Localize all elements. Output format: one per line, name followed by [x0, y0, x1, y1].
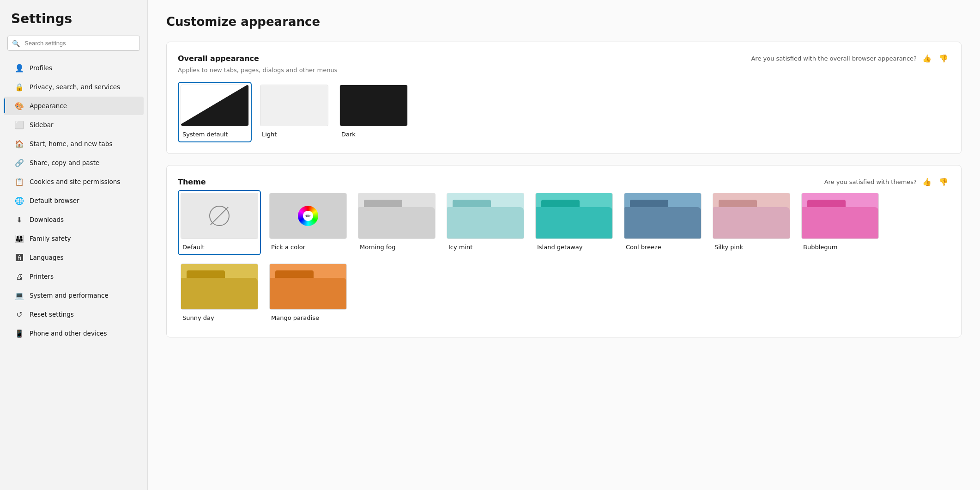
nav-icon-phone: 📱	[15, 329, 24, 338]
theme-feedback-question: Are you satisfied with themes?	[824, 178, 917, 185]
sidebar-item-reset[interactable]: ↺ Reset settings	[4, 305, 144, 324]
theme-option-icy-mint[interactable]: Icy mint	[444, 190, 527, 255]
overall-thumbs-up[interactable]: 👍	[920, 53, 933, 64]
theme-label-sunny-day: Sunny day	[181, 313, 258, 323]
nav-label-sidebar: Sidebar	[30, 121, 54, 129]
theme-feedback: Are you satisfied with themes? 👍 👎	[824, 177, 950, 187]
nav-label-appearance: Appearance	[30, 102, 67, 110]
appearance-option-system-default[interactable]: System default	[178, 82, 252, 142]
preview-light	[260, 85, 328, 126]
sidebar-title: Settings	[0, 11, 147, 36]
nav-icon-default-browser: 🌐	[15, 196, 24, 205]
theme-card: Theme Are you satisfied with themes? 👍 👎…	[166, 165, 962, 337]
nav-label-system: System and performance	[30, 292, 109, 299]
theme-option-mango-paradise[interactable]: Mango paradise	[266, 261, 350, 326]
nav-icon-profiles: 👤	[15, 63, 24, 73]
page-title: Customize appearance	[166, 15, 962, 29]
sidebar-item-default-browser[interactable]: 🌐 Default browser	[4, 191, 144, 210]
theme-label-island-getaway: Island getaway	[535, 243, 613, 252]
sidebar-nav: 👤 Profiles 🔒 Privacy, search, and servic…	[0, 58, 147, 343]
nav-label-downloads: Downloads	[30, 216, 64, 223]
theme-preview-sunny-day	[181, 263, 258, 310]
appearance-options-grid: System default Light Dark	[178, 82, 950, 142]
theme-section-header: Theme Are you satisfied with themes? 👍 👎	[178, 177, 950, 187]
nav-icon-printers: 🖨	[15, 272, 24, 281]
preview-dark	[339, 85, 408, 126]
nav-icon-sidebar: ⬜	[15, 120, 24, 129]
overall-thumbs-down[interactable]: 👎	[937, 53, 950, 64]
theme-thumbs-up[interactable]: 👍	[920, 177, 933, 187]
sidebar-item-family-safety[interactable]: 👨‍👩‍👧 Family safety	[4, 229, 144, 248]
sidebar-item-phone[interactable]: 📱 Phone and other devices	[4, 324, 144, 343]
option-label-system-default: System default	[181, 130, 249, 140]
theme-preview-bubblegum	[801, 193, 879, 239]
main-content: Customize appearance Overall appearance …	[148, 0, 980, 490]
appearance-option-dark[interactable]: Dark	[337, 82, 411, 142]
theme-preview-mango-paradise	[269, 263, 347, 310]
theme-thumbs-down[interactable]: 👎	[937, 177, 950, 187]
theme-option-silky-pink[interactable]: Silky pink	[710, 190, 793, 255]
theme-label-pick-a-color: Pick a color	[269, 243, 347, 252]
nav-label-reset: Reset settings	[30, 311, 74, 318]
theme-preview-default	[181, 193, 258, 239]
overall-section-header: Overall appearance Are you satisfied wit…	[178, 53, 950, 64]
theme-label-silky-pink: Silky pink	[713, 243, 790, 252]
theme-label-morning-fog: Morning fog	[358, 243, 436, 252]
theme-option-bubblegum[interactable]: Bubblegum	[799, 190, 882, 255]
sidebar-item-languages[interactable]: 🅰 Languages	[4, 248, 144, 267]
nav-label-privacy: Privacy, search, and services	[30, 83, 120, 91]
nav-icon-start-home: 🏠	[15, 139, 24, 148]
sidebar-item-appearance[interactable]: 🎨 Appearance	[4, 97, 144, 115]
theme-option-default[interactable]: Default	[178, 190, 261, 255]
sidebar: Settings 🔍 👤 Profiles 🔒 Privacy, search,…	[0, 0, 148, 490]
nav-label-printers: Printers	[30, 273, 54, 280]
sidebar-item-printers[interactable]: 🖨 Printers	[4, 267, 144, 286]
theme-option-cool-breeze[interactable]: Cool breeze	[621, 190, 704, 255]
nav-label-cookies: Cookies and site permissions	[30, 178, 120, 185]
theme-option-island-getaway[interactable]: Island getaway	[532, 190, 616, 255]
sidebar-item-system[interactable]: 💻 System and performance	[4, 286, 144, 305]
theme-label-cool-breeze: Cool breeze	[624, 243, 702, 252]
sidebar-item-start-home[interactable]: 🏠 Start, home, and new tabs	[4, 135, 144, 153]
nav-icon-privacy: 🔒	[15, 82, 24, 92]
theme-options-grid: Default ✏️ Pick a color Morning fog Icy …	[178, 190, 950, 326]
nav-icon-cookies: 📋	[15, 177, 24, 186]
option-label-dark: Dark	[339, 130, 408, 140]
nav-icon-appearance: 🎨	[15, 101, 24, 110]
color-wheel: ✏️	[298, 206, 318, 226]
theme-option-sunny-day[interactable]: Sunny day	[178, 261, 261, 326]
theme-label-default: Default	[181, 243, 258, 252]
nav-icon-family-safety: 👨‍👩‍👧	[15, 234, 24, 243]
search-input[interactable]	[7, 36, 140, 51]
nav-label-start-home: Start, home, and new tabs	[30, 140, 112, 147]
theme-preview-pick-a-color: ✏️	[269, 193, 347, 239]
nav-icon-downloads: ⬇	[15, 215, 24, 224]
nav-icon-reset: ↺	[15, 310, 24, 319]
nav-icon-share-copy: 🔗	[15, 158, 24, 167]
theme-preview-morning-fog	[358, 193, 436, 239]
sidebar-item-cookies[interactable]: 📋 Cookies and site permissions	[4, 172, 144, 191]
theme-preview-island-getaway	[535, 193, 613, 239]
theme-option-morning-fog[interactable]: Morning fog	[355, 190, 438, 255]
overall-feedback: Are you satisfied with the overall brows…	[751, 53, 950, 64]
search-icon: 🔍	[12, 40, 20, 47]
theme-label-bubblegum: Bubblegum	[801, 243, 879, 252]
sidebar-item-privacy[interactable]: 🔒 Privacy, search, and services	[4, 78, 144, 96]
nav-icon-system: 💻	[15, 291, 24, 300]
theme-option-pick-a-color[interactable]: ✏️ Pick a color	[266, 190, 350, 255]
sidebar-item-profiles[interactable]: 👤 Profiles	[4, 59, 144, 77]
theme-section-title: Theme	[178, 178, 206, 186]
overall-feedback-question: Are you satisfied with the overall brows…	[751, 55, 917, 62]
sidebar-item-sidebar[interactable]: ⬜ Sidebar	[4, 116, 144, 134]
theme-label-icy-mint: Icy mint	[447, 243, 524, 252]
nav-label-profiles: Profiles	[30, 64, 52, 72]
nav-label-languages: Languages	[30, 254, 64, 261]
nav-label-share-copy: Share, copy and paste	[30, 159, 99, 166]
sidebar-item-downloads[interactable]: ⬇ Downloads	[4, 210, 144, 229]
nav-label-family-safety: Family safety	[30, 235, 71, 242]
option-label-light: Light	[260, 130, 328, 140]
appearance-option-light[interactable]: Light	[257, 82, 331, 142]
nav-label-default-browser: Default browser	[30, 197, 79, 204]
color-wheel-center: ✏️	[303, 211, 313, 221]
sidebar-item-share-copy[interactable]: 🔗 Share, copy and paste	[4, 153, 144, 172]
